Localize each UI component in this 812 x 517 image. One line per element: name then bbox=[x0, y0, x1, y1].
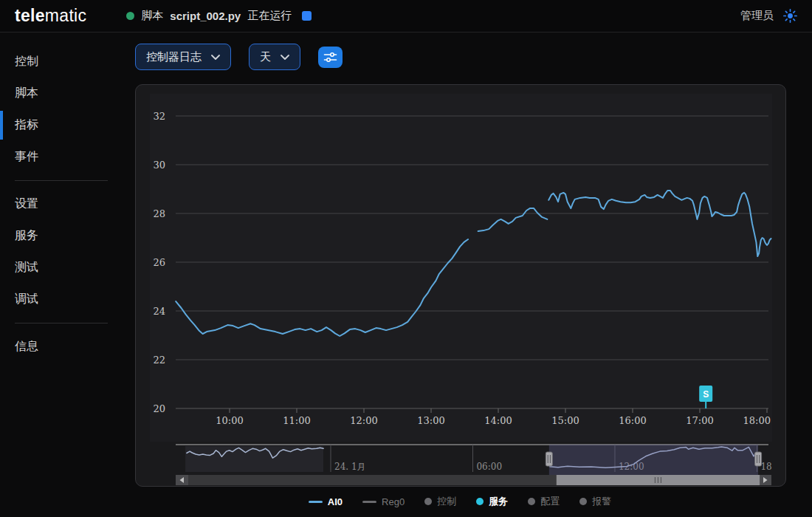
svg-text:24: 24 bbox=[153, 306, 165, 317]
legend-label: AI0 bbox=[328, 496, 343, 507]
svg-text:30: 30 bbox=[153, 160, 165, 171]
admin-menu[interactable]: 管理员 bbox=[740, 9, 774, 23]
svg-text:18:00: 18:00 bbox=[743, 415, 771, 426]
metrics-chart[interactable]: 2022242628303210:0011:0012:0013:0014:001… bbox=[136, 85, 785, 486]
scrollbar-right-arrow[interactable] bbox=[759, 475, 771, 485]
svg-text:S: S bbox=[703, 389, 709, 400]
topbar: telematic 脚本 script_002.py 正在运行 管理员 bbox=[0, 0, 812, 32]
svg-text:12:00: 12:00 bbox=[350, 415, 377, 426]
svg-text:24. 1月: 24. 1月 bbox=[334, 462, 366, 472]
sidebar-item-info[interactable]: 信息 bbox=[0, 331, 125, 363]
status-prefix: 脚本 bbox=[141, 9, 163, 23]
legend-dot-swatch bbox=[424, 498, 432, 505]
svg-text:17:00: 17:00 bbox=[686, 415, 713, 426]
legend-item-Reg0[interactable]: Reg0 bbox=[362, 496, 405, 507]
legend-label: 控制 bbox=[437, 495, 456, 508]
status-dot-icon bbox=[126, 12, 134, 20]
legend-dot-swatch bbox=[476, 498, 484, 505]
navigator-window[interactable] bbox=[549, 445, 758, 475]
legend-item-控制[interactable]: 控制 bbox=[424, 495, 456, 508]
sidebar-divider bbox=[15, 180, 108, 181]
chart-scrollbar[interactable] bbox=[176, 475, 771, 485]
script-status: 脚本 script_002.py 正在运行 bbox=[126, 9, 312, 23]
svg-text:11:00: 11:00 bbox=[283, 415, 310, 426]
navigator[interactable]: 24. 1月06:0012:0018:00 bbox=[176, 445, 785, 475]
legend-line-swatch bbox=[362, 501, 376, 503]
legend-dot-swatch bbox=[528, 498, 535, 505]
toolbar: 控制器日志 天 bbox=[135, 44, 812, 70]
sidebar-item-settings[interactable]: 设置 bbox=[0, 188, 125, 220]
legend-label: Reg0 bbox=[382, 496, 405, 507]
sidebar: 控制 脚本 指标 事件 设置 服务 测试 调试 信息 bbox=[0, 32, 125, 517]
legend-label: 服务 bbox=[489, 495, 508, 508]
log-source-select[interactable]: 控制器日志 bbox=[135, 44, 231, 70]
svg-text:18:00: 18:00 bbox=[760, 462, 785, 472]
sidebar-divider bbox=[15, 323, 108, 323]
scrollbar-thumb[interactable] bbox=[557, 475, 760, 485]
status-suffix: 正在运行 bbox=[247, 9, 292, 23]
chevron-down-icon bbox=[281, 55, 289, 60]
main-content: 控制器日志 天 2022242628303210:0011: bbox=[125, 32, 812, 517]
legend-item-配置[interactable]: 配置 bbox=[528, 495, 560, 508]
chevron-down-icon bbox=[211, 55, 220, 60]
log-source-select-value: 控制器日志 bbox=[146, 50, 202, 64]
navigator-left-handle[interactable] bbox=[546, 452, 552, 466]
svg-text:13:00: 13:00 bbox=[417, 415, 444, 426]
theme-sun-icon[interactable] bbox=[783, 9, 797, 23]
chart-options-button[interactable] bbox=[318, 47, 343, 68]
app-logo: telematic bbox=[15, 6, 86, 26]
sliders-icon bbox=[323, 52, 337, 63]
sidebar-item-service[interactable]: 服务 bbox=[0, 220, 125, 252]
sidebar-item-control[interactable]: 控制 bbox=[0, 46, 125, 78]
svg-text:16:00: 16:00 bbox=[619, 415, 646, 426]
svg-text:10:00: 10:00 bbox=[216, 415, 243, 426]
svg-text:14:00: 14:00 bbox=[484, 415, 512, 426]
navigator-right-handle[interactable] bbox=[755, 452, 762, 466]
legend-label: 配置 bbox=[540, 495, 560, 508]
time-range-select[interactable]: 天 bbox=[249, 44, 300, 70]
svg-text:06:00: 06:00 bbox=[476, 462, 502, 472]
sidebar-item-test[interactable]: 测试 bbox=[0, 252, 125, 284]
sidebar-item-metrics[interactable]: 指标 bbox=[0, 109, 125, 141]
time-range-select-value: 天 bbox=[260, 50, 271, 64]
svg-text:26: 26 bbox=[153, 257, 165, 268]
svg-text:28: 28 bbox=[153, 208, 165, 219]
plot-background bbox=[150, 94, 772, 442]
metrics-chart-panel: 2022242628303210:0011:0012:0013:0014:001… bbox=[135, 84, 786, 487]
chart-legend: AI0Reg0控制服务配置报警 bbox=[135, 495, 785, 508]
sidebar-item-events[interactable]: 事件 bbox=[0, 141, 125, 173]
sidebar-item-script[interactable]: 脚本 bbox=[0, 78, 125, 109]
legend-item-服务[interactable]: 服务 bbox=[476, 495, 508, 508]
legend-item-报警[interactable]: 报警 bbox=[579, 495, 611, 508]
svg-text:20: 20 bbox=[153, 403, 165, 414]
legend-label: 报警 bbox=[592, 495, 611, 508]
svg-text:32: 32 bbox=[153, 111, 165, 122]
svg-text:15:00: 15:00 bbox=[551, 415, 579, 426]
legend-dot-swatch bbox=[579, 498, 587, 505]
scrollbar-left-arrow[interactable] bbox=[176, 475, 188, 485]
sidebar-item-debug[interactable]: 调试 bbox=[0, 284, 125, 315]
legend-line-swatch bbox=[309, 501, 323, 503]
svg-text:22: 22 bbox=[153, 355, 165, 366]
script-name: script_002.py bbox=[170, 10, 241, 22]
legend-item-AI0[interactable]: AI0 bbox=[309, 496, 343, 507]
script-running-indicator bbox=[302, 11, 312, 21]
